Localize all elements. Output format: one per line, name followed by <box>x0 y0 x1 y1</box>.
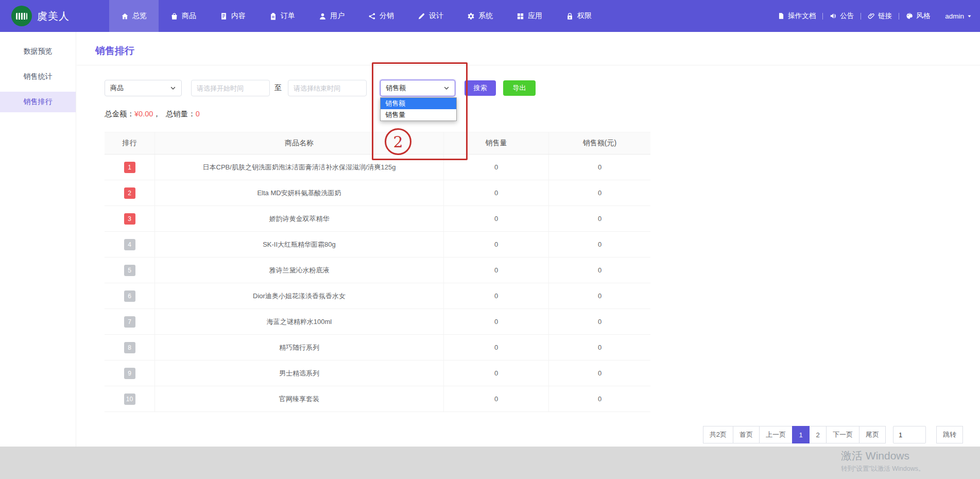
amount-cell: 0 <box>549 258 650 283</box>
navbar-announcement[interactable]: 公告 <box>823 11 861 21</box>
nav-item-users[interactable]: 用户 <box>307 0 356 32</box>
nav-item-label: 分销 <box>380 11 394 21</box>
amount-cell: 0 <box>549 283 650 309</box>
product-name-cell: 日本CPB/肌肤之钥洗面奶泡沫洁面膏清洁补水保湿滋润/清爽125g <box>155 155 444 180</box>
rank-cell: 10 <box>105 386 155 412</box>
top-navbar: 虞美人 总览商品内容订单用户分销设计系统应用权限 操作文档公告链接风格 admi… <box>0 0 980 32</box>
app-logo <box>11 6 32 26</box>
navbar-item-label: 风格 <box>916 11 930 21</box>
nav-item-label: 权限 <box>577 11 592 21</box>
nav-item-label: 系统 <box>478 11 493 21</box>
nav-item-overview[interactable]: 总览 <box>109 0 159 32</box>
amount-cell: 0 <box>549 361 650 386</box>
qty-cell: 0 <box>444 309 549 334</box>
product-name-cell: Elta MD安妍科氨基酸洗面奶 <box>155 180 444 206</box>
last-page-button[interactable]: 尾页 <box>859 426 886 443</box>
pen-icon <box>418 12 425 20</box>
rank-badge: 6 <box>124 290 135 302</box>
to-label: 至 <box>274 83 282 93</box>
first-page-button[interactable]: 首页 <box>733 426 760 443</box>
page-count: 共2页 <box>703 426 733 443</box>
rank-cell: 1 <box>105 155 155 180</box>
paperclip-icon <box>868 12 875 20</box>
page-jump-input[interactable] <box>893 426 926 443</box>
main-content: 销售排行 商品 至 销售额 搜索 导出 销售额销售量 总金额：¥0.00，总销量… <box>77 32 980 447</box>
nav-item-label: 订单 <box>281 11 295 21</box>
sidebar-item-data-preview[interactable]: 数据预览 <box>0 41 76 62</box>
total-amount-label: 总金额： <box>105 110 134 118</box>
table-row: 3娇韵诗黄金双萃精华00 <box>105 206 650 232</box>
rank-badge: 9 <box>124 368 135 379</box>
nav-item-content[interactable]: 内容 <box>208 0 257 32</box>
windows-watermark: 激活 Windows 转到“设置”以激活 Windows。 <box>841 449 925 473</box>
navbar-links[interactable]: 链接 <box>861 11 899 21</box>
table-header-row: 排行商品名称销售量销售额(元) <box>105 132 650 155</box>
speaker-icon <box>830 12 837 20</box>
nav-item-orders[interactable]: 订单 <box>257 0 307 32</box>
rank-badge: 2 <box>124 187 135 199</box>
rank-cell: 6 <box>105 283 155 309</box>
amount-cell: 0 <box>549 386 650 412</box>
category-select[interactable]: 商品 <box>105 80 182 96</box>
nav-item-label: 应用 <box>528 11 542 21</box>
end-date-input[interactable] <box>288 80 367 96</box>
product-name-cell: 海蓝之谜精粹水100ml <box>155 309 444 334</box>
nav-item-label: 内容 <box>231 11 246 21</box>
metric-select[interactable]: 销售额 <box>380 80 455 96</box>
navbar-item-label: 操作文档 <box>788 11 816 21</box>
watermark-line1: 激活 Windows <box>841 449 925 463</box>
sidebar-item-sales-stats[interactable]: 销售统计 <box>0 66 76 87</box>
table-row: 1日本CPB/肌肤之钥洗面奶泡沫洁面膏清洁补水保湿滋润/清爽125g00 <box>105 155 650 180</box>
table-row: 10官网臻享套装00 <box>105 386 650 412</box>
table-header-cell: 排行 <box>105 132 155 154</box>
nav-item-distribution[interactable]: 分销 <box>356 0 406 32</box>
chevron-down-icon <box>443 85 450 91</box>
summary-separator: ， <box>153 110 161 118</box>
nav-item-design[interactable]: 设计 <box>406 0 455 32</box>
rank-badge: 1 <box>124 162 135 173</box>
rank-cell: 7 <box>105 309 155 334</box>
nav-item-permissions[interactable]: 权限 <box>554 0 604 32</box>
gear-icon <box>467 12 475 20</box>
rank-cell: 2 <box>105 180 155 206</box>
jump-button[interactable]: 跳转 <box>936 426 963 443</box>
search-button[interactable]: 搜索 <box>465 80 496 96</box>
next-page-button[interactable]: 下一页 <box>826 426 859 443</box>
grid-icon <box>517 12 524 20</box>
metric-option[interactable]: 销售量 <box>381 109 456 121</box>
page-title: 销售排行 <box>95 44 134 58</box>
qty-cell: 0 <box>444 232 549 257</box>
sidebar-item-sales-ranking[interactable]: 销售排行 <box>0 92 76 112</box>
sidebar: 数据预览销售统计销售排行 <box>0 32 76 447</box>
brand-name: 虞美人 <box>37 0 70 32</box>
caret-down-icon <box>967 14 972 19</box>
navbar-style[interactable]: 风格 <box>899 11 937 21</box>
nav-item-apps[interactable]: 应用 <box>505 0 554 32</box>
user-menu[interactable]: admin <box>937 12 972 20</box>
totals-summary: 总金额：¥0.00，总销量：0 <box>105 109 200 119</box>
watermark-line2: 转到“设置”以激活 Windows。 <box>841 465 925 473</box>
qty-cell: 0 <box>444 155 549 180</box>
prev-page-button[interactable]: 上一页 <box>759 426 793 443</box>
nav-item-label: 总览 <box>132 11 147 21</box>
rank-badge: 4 <box>124 239 135 250</box>
amount-cell: 0 <box>549 180 650 206</box>
total-qty-value: 0 <box>196 110 200 118</box>
product-name-cell: 男士精选系列 <box>155 361 444 386</box>
total-qty-label: 总销量： <box>166 110 196 118</box>
page-1-page-button[interactable]: 1 <box>792 426 810 443</box>
nav-item-goods[interactable]: 商品 <box>159 0 208 32</box>
chevron-down-icon <box>170 85 176 91</box>
page-2-page-button[interactable]: 2 <box>809 426 827 443</box>
document-icon <box>220 12 228 20</box>
table-row: 2Elta MD安妍科氨基酸洗面奶00 <box>105 180 650 206</box>
product-name-cell: Dior迪奥小姐花漾淡香氛香水女 <box>155 283 444 309</box>
navbar-docs[interactable]: 操作文档 <box>771 11 822 21</box>
navbar-item-label: 公告 <box>840 11 854 21</box>
export-button[interactable]: 导出 <box>503 80 536 96</box>
nav-item-system[interactable]: 系统 <box>455 0 505 32</box>
navbar-item-label: 链接 <box>878 11 892 21</box>
metric-option[interactable]: 销售额 <box>381 98 456 109</box>
start-date-input[interactable] <box>191 80 270 96</box>
table-row: 8精巧随行系列00 <box>105 335 650 361</box>
